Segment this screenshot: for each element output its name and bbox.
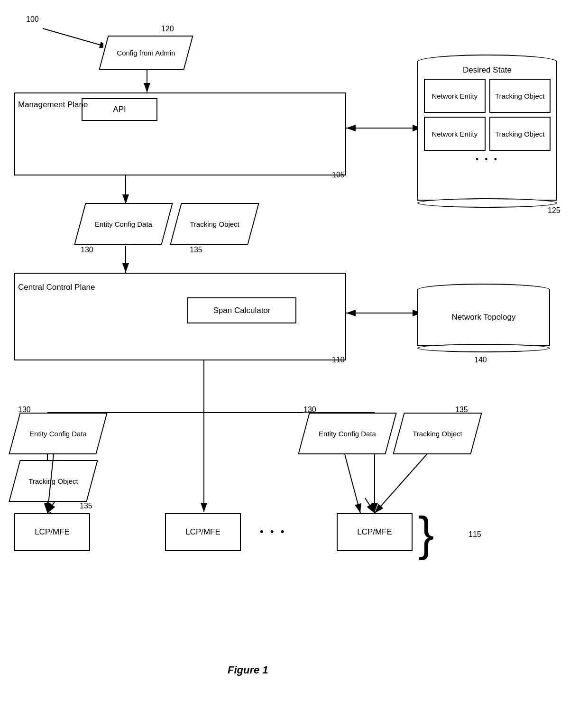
api-box: API xyxy=(82,98,157,121)
tracking-obj-5: Tracking Object xyxy=(398,413,477,454)
entity-config-1: Entity Config Data xyxy=(80,203,167,245)
network-entity-2: Network Entity xyxy=(424,117,486,151)
desired-state-dots: • • • xyxy=(476,155,499,165)
lcp-mfe-1: LCP/MFE xyxy=(14,513,90,551)
svg-line-15 xyxy=(365,498,375,513)
tracking-obj-1: Tracking Object xyxy=(489,79,551,113)
svg-line-2 xyxy=(43,28,109,47)
tracking-obj-3: Tracking Object xyxy=(175,203,254,245)
config-admin-shape: Config from Admin xyxy=(103,36,189,70)
diagram-container: 100 Config from Admin 120 API Management… xyxy=(0,0,588,719)
ref-125: 125 xyxy=(548,206,560,215)
ref-110: 110 xyxy=(332,356,345,364)
ref-105: 105 xyxy=(332,171,345,179)
tracking-obj-2: Tracking Object xyxy=(489,117,551,151)
central-control-label: Central Control Plane xyxy=(18,282,95,293)
lcp-brace: } xyxy=(418,510,434,557)
desired-state-grid: Network Entity Tracking Object Network E… xyxy=(418,79,556,151)
tracking-obj-4: Tracking Object xyxy=(14,460,92,502)
ref-115: 115 xyxy=(469,530,481,539)
desired-state-cylinder-bottom xyxy=(417,198,557,208)
ref-130b: 130 xyxy=(18,406,31,414)
span-calculator-box: Span Calculator xyxy=(187,297,296,323)
network-topology-cylinder-body: Network Topology xyxy=(417,289,550,346)
ref-140: 140 xyxy=(474,356,487,364)
desired-state-label: Desired State xyxy=(463,65,512,75)
network-entity-1: Network Entity xyxy=(424,79,486,113)
network-topology-cylinder-bottom xyxy=(417,344,550,352)
figure-label: Figure 1 xyxy=(228,664,268,676)
lcp-mfe-2: LCP/MFE xyxy=(165,513,241,551)
ref-135b: 135 xyxy=(80,502,92,510)
lcp-dots: • • • xyxy=(260,525,286,538)
lcp-mfe-3: LCP/MFE xyxy=(337,513,413,551)
ref-120: 120 xyxy=(161,25,174,33)
ref-130c: 130 xyxy=(303,406,316,414)
desired-state-cylinder-body: Desired State Network Entity Tracking Ob… xyxy=(417,61,557,201)
management-plane-label: Management Plane xyxy=(18,100,88,110)
entity-config-3: Entity Config Data xyxy=(303,413,391,454)
ref-130a: 130 xyxy=(81,246,93,254)
svg-line-18 xyxy=(345,454,360,513)
svg-line-19 xyxy=(375,454,427,513)
ref-135c: 135 xyxy=(455,406,468,414)
ref-100: 100 xyxy=(26,15,39,24)
ref-135a: 135 xyxy=(190,246,202,254)
entity-config-2: Entity Config Data xyxy=(14,413,102,454)
